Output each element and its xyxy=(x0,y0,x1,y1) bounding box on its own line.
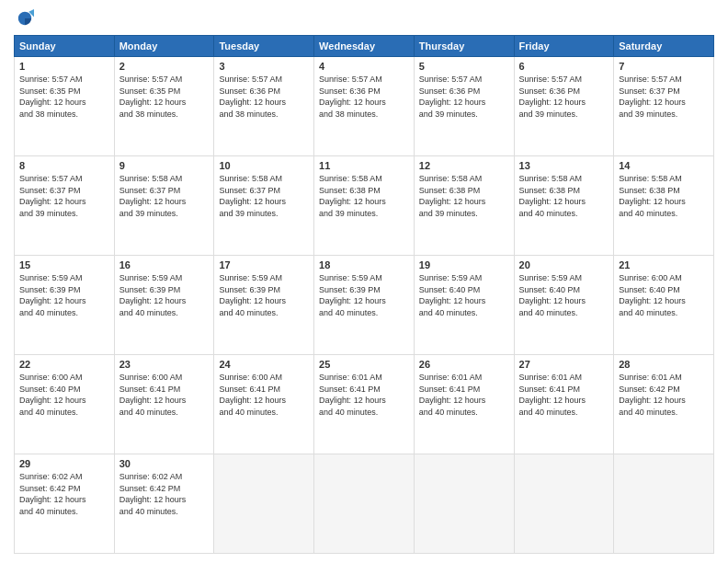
day-detail: Sunrise: 6:02 AMSunset: 6:42 PMDaylight:… xyxy=(19,471,109,517)
day-cell xyxy=(214,454,314,554)
day-number: 3 xyxy=(219,61,309,72)
day-number: 22 xyxy=(19,359,109,370)
day-number: 29 xyxy=(19,458,109,469)
day-number: 11 xyxy=(319,160,409,171)
day-cell: 6Sunrise: 5:57 AMSunset: 6:36 PMDaylight… xyxy=(514,57,614,156)
day-number: 19 xyxy=(419,259,509,270)
day-cell: 4Sunrise: 5:57 AMSunset: 6:36 PMDaylight… xyxy=(314,57,415,156)
day-number: 25 xyxy=(319,359,409,370)
day-cell: 23Sunrise: 6:00 AMSunset: 6:41 PMDayligh… xyxy=(114,355,214,454)
day-number: 5 xyxy=(419,61,509,72)
day-cell: 5Sunrise: 5:57 AMSunset: 6:36 PMDaylight… xyxy=(414,57,514,156)
day-detail: Sunrise: 5:57 AMSunset: 6:37 PMDaylight:… xyxy=(19,173,109,219)
header-friday: Friday xyxy=(514,36,614,57)
day-number: 10 xyxy=(219,160,309,171)
day-cell: 24Sunrise: 6:00 AMSunset: 6:41 PMDayligh… xyxy=(214,355,314,454)
day-number: 12 xyxy=(419,160,509,171)
day-detail: Sunrise: 5:59 AMSunset: 6:40 PMDaylight:… xyxy=(519,272,609,318)
day-cell: 15Sunrise: 5:59 AMSunset: 6:39 PMDayligh… xyxy=(15,256,115,355)
day-cell: 11Sunrise: 5:58 AMSunset: 6:38 PMDayligh… xyxy=(314,156,415,256)
day-number: 4 xyxy=(319,61,409,72)
logo xyxy=(14,9,36,28)
day-number: 2 xyxy=(119,61,210,72)
day-cell xyxy=(614,454,714,554)
day-number: 18 xyxy=(319,259,409,270)
page: SundayMondayTuesdayWednesdayThursdayFrid… xyxy=(0,0,728,563)
day-number: 30 xyxy=(119,458,210,469)
day-number: 27 xyxy=(519,359,609,370)
day-cell: 18Sunrise: 5:59 AMSunset: 6:39 PMDayligh… xyxy=(314,256,415,355)
day-cell: 20Sunrise: 5:59 AMSunset: 6:40 PMDayligh… xyxy=(514,256,614,355)
day-cell: 28Sunrise: 6:01 AMSunset: 6:42 PMDayligh… xyxy=(614,355,714,454)
day-number: 7 xyxy=(619,61,709,72)
day-cell: 29Sunrise: 6:02 AMSunset: 6:42 PMDayligh… xyxy=(15,454,115,554)
day-number: 21 xyxy=(619,259,709,270)
day-cell: 19Sunrise: 5:59 AMSunset: 6:40 PMDayligh… xyxy=(414,256,514,355)
day-detail: Sunrise: 5:58 AMSunset: 6:38 PMDaylight:… xyxy=(319,173,409,219)
day-detail: Sunrise: 5:57 AMSunset: 6:35 PMDaylight:… xyxy=(19,74,109,120)
day-detail: Sunrise: 5:58 AMSunset: 6:38 PMDaylight:… xyxy=(419,173,509,219)
header-wednesday: Wednesday xyxy=(314,36,415,57)
day-detail: Sunrise: 5:59 AMSunset: 6:40 PMDaylight:… xyxy=(419,272,509,318)
day-cell: 8Sunrise: 5:57 AMSunset: 6:37 PMDaylight… xyxy=(15,156,115,256)
day-cell: 7Sunrise: 5:57 AMSunset: 6:37 PMDaylight… xyxy=(614,57,714,156)
day-cell: 22Sunrise: 6:00 AMSunset: 6:40 PMDayligh… xyxy=(15,355,115,454)
day-number: 13 xyxy=(519,160,609,171)
day-cell: 21Sunrise: 6:00 AMSunset: 6:40 PMDayligh… xyxy=(614,256,714,355)
day-cell: 27Sunrise: 6:01 AMSunset: 6:41 PMDayligh… xyxy=(514,355,614,454)
day-cell: 25Sunrise: 6:01 AMSunset: 6:41 PMDayligh… xyxy=(314,355,415,454)
day-cell: 30Sunrise: 6:02 AMSunset: 6:42 PMDayligh… xyxy=(114,454,214,554)
day-detail: Sunrise: 6:02 AMSunset: 6:42 PMDaylight:… xyxy=(119,471,210,517)
day-number: 6 xyxy=(519,61,609,72)
day-cell xyxy=(314,454,415,554)
week-row-1: 8Sunrise: 5:57 AMSunset: 6:37 PMDaylight… xyxy=(15,156,714,256)
header-tuesday: Tuesday xyxy=(214,36,314,57)
day-number: 23 xyxy=(119,359,210,370)
day-number: 9 xyxy=(119,160,210,171)
day-detail: Sunrise: 5:59 AMSunset: 6:39 PMDaylight:… xyxy=(119,272,210,318)
day-detail: Sunrise: 5:59 AMSunset: 6:39 PMDaylight:… xyxy=(19,272,109,318)
logo-icon xyxy=(16,9,34,28)
day-cell: 2Sunrise: 5:57 AMSunset: 6:35 PMDaylight… xyxy=(114,57,214,156)
day-cell: 13Sunrise: 5:58 AMSunset: 6:38 PMDayligh… xyxy=(514,156,614,256)
day-detail: Sunrise: 6:01 AMSunset: 6:41 PMDaylight:… xyxy=(519,372,609,418)
day-cell: 9Sunrise: 5:58 AMSunset: 6:37 PMDaylight… xyxy=(114,156,214,256)
day-cell: 14Sunrise: 5:58 AMSunset: 6:38 PMDayligh… xyxy=(614,156,714,256)
day-detail: Sunrise: 5:59 AMSunset: 6:39 PMDaylight:… xyxy=(319,272,409,318)
day-number: 24 xyxy=(219,359,309,370)
day-detail: Sunrise: 5:58 AMSunset: 6:37 PMDaylight:… xyxy=(219,173,309,219)
day-number: 1 xyxy=(19,61,109,72)
day-detail: Sunrise: 5:57 AMSunset: 6:36 PMDaylight:… xyxy=(419,74,509,120)
day-detail: Sunrise: 5:58 AMSunset: 6:37 PMDaylight:… xyxy=(119,173,210,219)
day-number: 14 xyxy=(619,160,709,171)
day-detail: Sunrise: 5:57 AMSunset: 6:35 PMDaylight:… xyxy=(119,74,210,120)
day-detail: Sunrise: 6:00 AMSunset: 6:40 PMDaylight:… xyxy=(19,372,109,418)
day-cell: 10Sunrise: 5:58 AMSunset: 6:37 PMDayligh… xyxy=(214,156,314,256)
day-detail: Sunrise: 6:00 AMSunset: 6:40 PMDaylight:… xyxy=(619,272,709,318)
day-detail: Sunrise: 5:57 AMSunset: 6:36 PMDaylight:… xyxy=(219,74,309,120)
day-cell: 26Sunrise: 6:01 AMSunset: 6:41 PMDayligh… xyxy=(414,355,514,454)
day-number: 28 xyxy=(619,359,709,370)
day-cell xyxy=(514,454,614,554)
week-row-3: 22Sunrise: 6:00 AMSunset: 6:40 PMDayligh… xyxy=(15,355,714,454)
calendar-table: SundayMondayTuesdayWednesdayThursdayFrid… xyxy=(14,35,714,554)
day-cell xyxy=(414,454,514,554)
day-detail: Sunrise: 5:57 AMSunset: 6:37 PMDaylight:… xyxy=(619,74,709,120)
week-row-4: 29Sunrise: 6:02 AMSunset: 6:42 PMDayligh… xyxy=(15,454,714,554)
week-row-0: 1Sunrise: 5:57 AMSunset: 6:35 PMDaylight… xyxy=(15,57,714,156)
day-detail: Sunrise: 6:01 AMSunset: 6:41 PMDaylight:… xyxy=(419,372,509,418)
calendar-header-row: SundayMondayTuesdayWednesdayThursdayFrid… xyxy=(15,36,714,57)
day-detail: Sunrise: 6:01 AMSunset: 6:41 PMDaylight:… xyxy=(319,372,409,418)
day-cell: 17Sunrise: 5:59 AMSunset: 6:39 PMDayligh… xyxy=(214,256,314,355)
day-number: 8 xyxy=(19,160,109,171)
header-monday: Monday xyxy=(114,36,214,57)
day-cell: 12Sunrise: 5:58 AMSunset: 6:38 PMDayligh… xyxy=(414,156,514,256)
week-row-2: 15Sunrise: 5:59 AMSunset: 6:39 PMDayligh… xyxy=(15,256,714,355)
day-number: 17 xyxy=(219,259,309,270)
day-detail: Sunrise: 6:00 AMSunset: 6:41 PMDaylight:… xyxy=(219,372,309,418)
day-detail: Sunrise: 5:58 AMSunset: 6:38 PMDaylight:… xyxy=(619,173,709,219)
day-cell: 1Sunrise: 5:57 AMSunset: 6:35 PMDaylight… xyxy=(15,57,115,156)
day-cell: 3Sunrise: 5:57 AMSunset: 6:36 PMDaylight… xyxy=(214,57,314,156)
day-number: 16 xyxy=(119,259,210,270)
day-detail: Sunrise: 5:57 AMSunset: 6:36 PMDaylight:… xyxy=(519,74,609,120)
